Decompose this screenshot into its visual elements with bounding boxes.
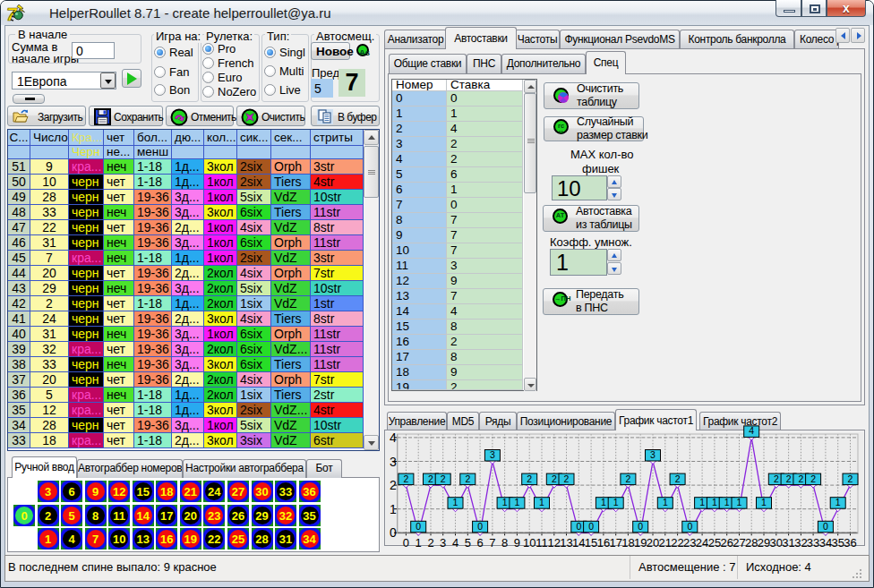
svg-text:10: 10 bbox=[523, 536, 536, 550]
svg-text:14: 14 bbox=[572, 536, 585, 550]
svg-text:28: 28 bbox=[745, 536, 758, 550]
svg-text:0: 0 bbox=[576, 521, 581, 532]
svg-text:23: 23 bbox=[683, 536, 696, 550]
svg-text:3: 3 bbox=[390, 455, 397, 469]
svg-text:2: 2 bbox=[552, 473, 557, 484]
svg-text:30: 30 bbox=[770, 536, 783, 550]
svg-text:2: 2 bbox=[848, 473, 853, 484]
svg-text:32: 32 bbox=[794, 536, 807, 550]
svg-text:3: 3 bbox=[490, 449, 495, 460]
svg-text:2: 2 bbox=[810, 473, 816, 484]
svg-text:8: 8 bbox=[501, 536, 508, 550]
svg-text:0: 0 bbox=[638, 521, 643, 532]
svg-text:4: 4 bbox=[749, 425, 754, 436]
svg-text:0: 0 bbox=[416, 521, 421, 532]
svg-text:0: 0 bbox=[403, 536, 409, 550]
svg-text:1: 1 bbox=[761, 497, 767, 507]
svg-text:2: 2 bbox=[675, 473, 681, 484]
svg-text:1: 1 bbox=[712, 497, 717, 507]
svg-text:20: 20 bbox=[647, 536, 659, 550]
svg-text:2: 2 bbox=[465, 473, 470, 484]
svg-text:13: 13 bbox=[560, 536, 572, 550]
svg-text:2: 2 bbox=[798, 473, 803, 484]
svg-text:2: 2 bbox=[625, 473, 630, 484]
svg-text:1: 1 bbox=[502, 497, 508, 507]
svg-text:5: 5 bbox=[465, 536, 471, 550]
svg-text:16: 16 bbox=[597, 536, 610, 550]
svg-text:9: 9 bbox=[514, 536, 520, 550]
svg-text:17: 17 bbox=[609, 536, 621, 550]
svg-text:2: 2 bbox=[774, 473, 779, 484]
svg-text:2: 2 bbox=[427, 536, 433, 550]
svg-text:31: 31 bbox=[782, 536, 794, 550]
svg-text:26: 26 bbox=[720, 536, 733, 550]
svg-text:0: 0 bbox=[687, 521, 692, 532]
svg-text:1: 1 bbox=[724, 497, 730, 507]
svg-text:19: 19 bbox=[634, 536, 647, 550]
svg-text:2: 2 bbox=[441, 473, 446, 484]
svg-text:2: 2 bbox=[428, 473, 433, 484]
svg-text:1: 1 bbox=[453, 497, 458, 507]
svg-text:27: 27 bbox=[733, 536, 745, 550]
svg-text:15: 15 bbox=[585, 536, 597, 550]
svg-text:21: 21 bbox=[659, 536, 672, 550]
svg-text:0: 0 bbox=[477, 521, 483, 532]
svg-text:0: 0 bbox=[823, 521, 828, 532]
svg-text:35: 35 bbox=[831, 536, 844, 550]
svg-text:6: 6 bbox=[476, 536, 483, 550]
svg-text:1: 1 bbox=[613, 497, 619, 507]
svg-text:2: 2 bbox=[390, 478, 397, 492]
svg-text:0: 0 bbox=[588, 521, 594, 532]
svg-text:1: 1 bbox=[663, 497, 668, 507]
svg-text:33: 33 bbox=[807, 536, 819, 550]
svg-text:36: 36 bbox=[844, 536, 856, 550]
svg-text:1: 1 bbox=[835, 497, 841, 507]
svg-text:0: 0 bbox=[390, 525, 397, 540]
svg-text:11: 11 bbox=[536, 536, 548, 550]
svg-text:3: 3 bbox=[650, 449, 656, 460]
svg-text:2: 2 bbox=[786, 473, 792, 484]
svg-text:4: 4 bbox=[452, 536, 458, 550]
svg-text:2: 2 bbox=[403, 473, 408, 484]
svg-text:1: 1 bbox=[699, 497, 705, 507]
svg-text:29: 29 bbox=[758, 536, 770, 550]
svg-text:1: 1 bbox=[737, 497, 742, 507]
svg-text:1: 1 bbox=[539, 497, 544, 507]
svg-text:3: 3 bbox=[440, 536, 446, 550]
svg-text:4: 4 bbox=[390, 430, 397, 445]
svg-text:1: 1 bbox=[416, 536, 422, 550]
svg-text:34: 34 bbox=[819, 536, 832, 550]
svg-text:12: 12 bbox=[548, 536, 561, 550]
svg-text:24: 24 bbox=[696, 536, 708, 550]
svg-text:1: 1 bbox=[601, 497, 606, 507]
svg-text:1: 1 bbox=[390, 502, 397, 516]
svg-text:18: 18 bbox=[621, 536, 634, 550]
svg-text:1: 1 bbox=[514, 497, 519, 507]
svg-text:7: 7 bbox=[489, 536, 495, 550]
svg-text:2: 2 bbox=[564, 473, 570, 484]
svg-text:25: 25 bbox=[708, 536, 721, 550]
svg-text:22: 22 bbox=[671, 536, 683, 550]
svg-text:2: 2 bbox=[527, 473, 532, 484]
